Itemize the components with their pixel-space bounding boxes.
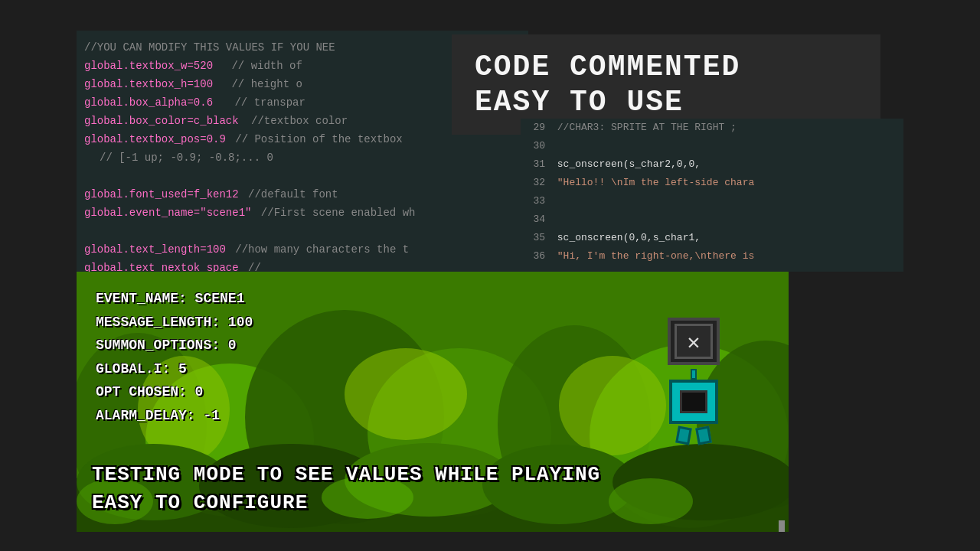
- right-line-31: 31 sc_onscreen(s_char2,0,0,: [521, 155, 903, 174]
- hud-global-i: GLOBAL.I: 5: [96, 357, 253, 381]
- scrollbar-indicator[interactable]: [779, 520, 785, 532]
- robot-screen: [680, 390, 707, 413]
- game-bottom-line1: TESTING MODE TO SEE VALUES WHILE PLAYING: [92, 461, 600, 488]
- robot-body: [668, 380, 720, 444]
- right-line-34: 34: [521, 210, 903, 229]
- close-icon: ✕: [675, 324, 713, 359]
- code-line-7: // [-1 up; -0.9; -0.8;... 0: [77, 148, 528, 167]
- character-sprite: ✕: [668, 318, 720, 444]
- hud-event-name: EVENT_NAME: SCENE1: [96, 287, 253, 311]
- hud-summon-options: SUMMON_OPTIONS: 0: [96, 334, 253, 357]
- right-line-36: 36 "Hi, I'm the right-one,\nthere is: [521, 247, 903, 266]
- code-blank-2: [77, 222, 528, 240]
- title-line1: CODE COMMENTED: [475, 50, 858, 85]
- code-line-9: global.event_name="scene1" //First scene…: [77, 204, 528, 222]
- robot-neck: [691, 369, 697, 380]
- svg-point-19: [609, 478, 693, 524]
- hud-overlay: EVENT_NAME: SCENE1 MESSAGE_LENGTH: 100 S…: [77, 272, 272, 443]
- hud-alarm-delay: ALARM_DELAY: -1: [96, 404, 253, 428]
- code-blank-1: [77, 167, 528, 185]
- code-line-8: global.font_used=f_ken12 //default font: [77, 185, 528, 204]
- right-line-30: 30: [521, 137, 903, 155]
- right-line-35: 35 sc_onscreen(0,0,s_char1,: [521, 229, 903, 247]
- game-bottom-text: TESTING MODE TO SEE VALUES WHILE PLAYING…: [92, 461, 600, 517]
- game-bottom-line2: EASY TO CONFIGURE: [92, 489, 600, 517]
- svg-point-9: [345, 348, 467, 440]
- robot-leg-left: [675, 426, 692, 445]
- robot-leg-right: [695, 426, 712, 445]
- game-preview: EVENT_NAME: SCENE1 MESSAGE_LENGTH: 100 S…: [77, 272, 789, 532]
- right-line-32: 32 "Hello!! \nIm the left-side chara: [521, 174, 903, 192]
- right-line-29: 29 //CHAR3: SPRITE AT THE RIGHT ;: [521, 119, 903, 137]
- title-line2: EASY TO USE: [475, 85, 858, 120]
- code-line-10: global.text_length=100 //how many charac…: [77, 240, 528, 259]
- robot-head: [669, 380, 718, 424]
- robot-legs: [677, 427, 710, 444]
- hud-opt-chosen: OPT CHOSEN: 0: [96, 380, 253, 404]
- main-screen: //YOU CAN MODIFY THIS VALUES IF YOU NEE …: [0, 0, 980, 551]
- right-line-33: 33: [521, 192, 903, 210]
- close-button[interactable]: ✕: [668, 318, 720, 365]
- code-editor-right: 29 //CHAR3: SPRITE AT THE RIGHT ; 30 31 …: [521, 119, 903, 272]
- svg-point-10: [559, 356, 666, 455]
- hud-message-length: MESSAGE_LENGTH: 100: [96, 311, 253, 334]
